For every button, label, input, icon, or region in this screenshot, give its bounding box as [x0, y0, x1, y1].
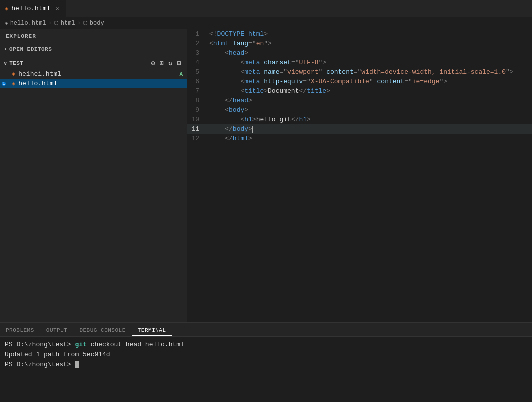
sidebar: EXPLORER › OPEN EDITORS ∨ TEST ⊕ ⊞ ↻ ⊟: [0, 29, 187, 322]
line-num-6: 6: [187, 77, 207, 86]
tab-hello-html[interactable]: ◈ hello.html ✕: [0, 0, 67, 17]
code-line-12: 12 </html>: [187, 134, 532, 143]
line-num-8: 8: [187, 96, 207, 105]
test-section-label: TEST: [9, 60, 23, 66]
line-num-9: 9: [187, 105, 207, 115]
line-num-4: 4: [187, 58, 207, 67]
terminal-prompt-2: PS D:\zhong\test>: [5, 361, 75, 368]
explorer-label: EXPLORER: [6, 33, 36, 39]
line-content-7: <title>Document</title>: [207, 86, 532, 96]
code-line-3: 3 <head>: [187, 48, 532, 58]
code-line-10: 10 <h1>hello git</h1>: [187, 115, 532, 124]
line-content-1: <!DOCTYPE html>: [207, 29, 532, 39]
line-content-4: <meta charset="UTF-8">: [207, 58, 532, 67]
test-section-header[interactable]: ∨ TEST ⊕ ⊞ ↻ ⊟: [0, 57, 187, 69]
terminal-line-1: PS D:\zhong\test> git checkout head hell…: [5, 340, 527, 350]
main-area: EXPLORER › OPEN EDITORS ∨ TEST ⊕ ⊞ ↻ ⊟: [0, 29, 532, 322]
file-item-heihei[interactable]: ◈ heihei.html A: [0, 69, 187, 79]
line-content-9: <body>: [207, 105, 532, 115]
code-line-2: 2 <html lang="en">: [187, 39, 532, 48]
line-content-10: <h1>hello git</h1>: [207, 115, 532, 124]
line-content-3: <head>: [207, 48, 532, 58]
test-section-actions: ⊕ ⊞ ↻ ⊟: [150, 59, 183, 68]
breadcrumb-body-icon: ⬡: [83, 20, 88, 26]
heihei-badge: A: [179, 71, 183, 77]
tab-terminal[interactable]: TERMINAL: [132, 325, 172, 336]
tab-label: hello.html: [11, 5, 50, 12]
terminal-cmd-rest: checkout head hello.html: [87, 341, 184, 348]
line-content-12: </html>: [207, 134, 532, 143]
tab-debug-console[interactable]: DEBUG CONSOLE: [73, 325, 131, 336]
git-indicator: 1: [2, 82, 6, 86]
line-content-6: <meta http-equiv="X-UA-Compatible" conte…: [207, 77, 532, 86]
terminal-output: Updated 1 path from 5ec914d: [5, 351, 110, 358]
tab-output[interactable]: OUTPUT: [40, 325, 74, 336]
code-line-5: 5 <meta name="viewport" content="width=d…: [187, 67, 532, 77]
code-line-7: 7 <title>Document</title>: [187, 86, 532, 96]
panel-area: PROBLEMS OUTPUT DEBUG CONSOLE TERMINAL P…: [0, 322, 532, 402]
breadcrumb-file: hello.html: [10, 20, 46, 27]
tab-problems[interactable]: PROBLEMS: [0, 325, 40, 336]
code-line-6: 6 <meta http-equiv="X-UA-Compatible" con…: [187, 77, 532, 86]
file-item-hello[interactable]: 1 ◈ hello.html: [0, 79, 187, 88]
open-editors-label: OPEN EDITORS: [9, 46, 52, 52]
code-line-8: 8 </head>: [187, 96, 532, 105]
terminal-line-2: Updated 1 path from 5ec914d: [5, 350, 527, 360]
line-num-7: 7: [187, 86, 207, 96]
breadcrumb-html: html: [61, 20, 75, 27]
new-folder-icon[interactable]: ⊞: [158, 59, 165, 68]
terminal-git-cmd: git: [75, 341, 86, 348]
terminal-cursor: [75, 361, 79, 368]
heihei-file-icon: ◈: [12, 70, 15, 78]
explorer-title: EXPLORER: [0, 29, 187, 43]
line-num-1: 1: [187, 29, 207, 39]
open-editors-chevron-icon: ›: [4, 46, 7, 52]
line-num-3: 3: [187, 48, 207, 58]
open-editors-section: › OPEN EDITORS: [0, 43, 187, 55]
refresh-icon[interactable]: ↻: [167, 59, 174, 68]
breadcrumb-sep-1: ›: [48, 20, 52, 27]
code-line-4: 4 <meta charset="UTF-8">: [187, 58, 532, 67]
line-content-11: </body>: [207, 124, 532, 134]
breadcrumb: ◈ hello.html › ⬡ html › ⬡ body: [0, 17, 532, 29]
breadcrumb-html-tag-icon: ⬡: [54, 20, 59, 26]
collapse-icon[interactable]: ⊟: [176, 59, 183, 68]
hello-filename: hello.html: [18, 80, 57, 87]
terminal-line-3: PS D:\zhong\test>: [5, 360, 527, 370]
code-editor[interactable]: 1 <!DOCTYPE html> 2 <html lang="en"> 3 <…: [187, 29, 532, 322]
code-line-1: 1 <!DOCTYPE html>: [187, 29, 532, 39]
code-line-9: 9 <body>: [187, 105, 532, 115]
line-content-5: <meta name="viewport" content="width=dev…: [207, 67, 532, 77]
tab-bar: ◈ hello.html ✕: [0, 0, 532, 17]
new-file-icon[interactable]: ⊕: [150, 59, 157, 68]
breadcrumb-body: body: [90, 20, 104, 27]
tab-html-icon: ◈: [5, 5, 8, 12]
terminal-content[interactable]: PS D:\zhong\test> git checkout head hell…: [0, 337, 532, 402]
editor-area: 1 <!DOCTYPE html> 2 <html lang="en"> 3 <…: [187, 29, 532, 322]
line-num-12: 12: [187, 134, 207, 143]
breadcrumb-sep-2: ›: [77, 20, 81, 27]
code-line-11: 11 </body>: [187, 124, 532, 134]
line-content-2: <html lang="en">: [207, 39, 532, 48]
breadcrumb-html-icon: ◈: [5, 20, 8, 26]
line-num-10: 10: [187, 115, 207, 124]
line-content-8: </head>: [207, 96, 532, 105]
terminal-prompt-1: PS D:\zhong\test>: [5, 341, 75, 348]
line-num-5: 5: [187, 67, 207, 77]
hello-file-icon: ◈: [12, 80, 15, 87]
panel-tabs: PROBLEMS OUTPUT DEBUG CONSOLE TERMINAL: [0, 323, 532, 337]
open-editors-header[interactable]: › OPEN EDITORS: [0, 45, 187, 53]
line-num-11: 11: [187, 124, 207, 134]
test-section: ∨ TEST ⊕ ⊞ ↻ ⊟ ◈ heihei.html A 1 ◈ hello…: [0, 55, 187, 90]
line-num-2: 2: [187, 39, 207, 48]
test-section-chevron-icon: ∨: [4, 60, 7, 67]
tab-close-button[interactable]: ✕: [53, 4, 61, 12]
heihei-filename: heihei.html: [18, 70, 61, 78]
